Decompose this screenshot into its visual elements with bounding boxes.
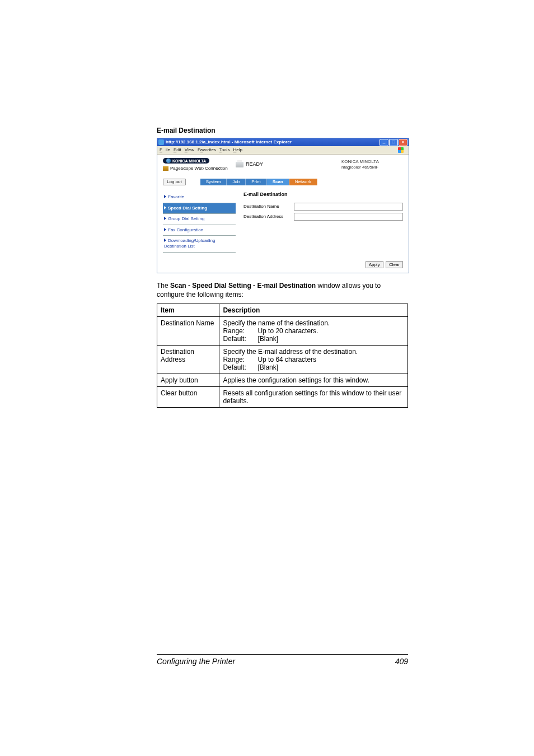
col-header-description: Description — [219, 304, 408, 316]
sidebar: Favorite Speed Dial Setting Group Dial S… — [163, 192, 236, 253]
window-maximize-button[interactable]: □ — [389, 139, 398, 146]
window-titlebar: http://192.168.1.2/a_index.html - Micros… — [157, 138, 409, 146]
table-row: Clear button Resets all configuration se… — [157, 386, 408, 407]
panel-title: E-mail Destination — [243, 192, 403, 197]
screenshot-window: http://192.168.1.2/a_index.html - Micros… — [157, 138, 409, 273]
window-minimize-button[interactable]: _ — [380, 139, 388, 146]
dest-addr-label: Destination Address — [243, 214, 294, 219]
col-header-item: Item — [157, 304, 219, 316]
dest-name-label: Destination Name — [243, 204, 294, 209]
table-row: Apply button Applies the configuration s… — [157, 374, 408, 386]
tab-system[interactable]: System — [200, 179, 227, 185]
page-footer: Configuring the Printer 409 — [157, 654, 408, 666]
footer-title: Configuring the Printer — [157, 657, 235, 666]
sidebar-item-group-dial[interactable]: Group Dial Setting — [163, 214, 236, 225]
device-brand: KONICA MINOLTA — [341, 159, 403, 165]
footer-page-number: 409 — [395, 657, 408, 666]
menu-tools[interactable]: Tools — [219, 148, 230, 152]
dest-name-input[interactable] — [294, 203, 403, 211]
intro-text: The Scan - Speed Dial Setting - E-mail D… — [157, 281, 408, 299]
menu-view[interactable]: View — [185, 148, 194, 152]
sidebar-item-favorite[interactable]: Favorite — [163, 192, 236, 203]
clear-button[interactable]: Clear — [386, 261, 403, 268]
apply-button[interactable]: Apply — [366, 261, 383, 268]
menu-bar: File Edit View Favorites Tools Help — [157, 146, 409, 155]
dest-addr-input[interactable] — [294, 213, 403, 221]
pagescope-icon — [163, 166, 168, 171]
tab-network[interactable]: Network — [289, 179, 317, 185]
table-row: Destination Name Specify the name of the… — [157, 316, 408, 345]
window-close-button[interactable]: × — [399, 139, 407, 146]
brand-badge: KONICA MINOLTA — [163, 158, 209, 164]
menu-edit[interactable]: Edit — [174, 148, 181, 152]
tab-scan[interactable]: Scan — [267, 179, 289, 185]
window-title: http://192.168.1.2/a_index.html - Micros… — [166, 140, 380, 144]
sidebar-item-fax-config[interactable]: Fax Configuration — [163, 225, 236, 236]
logout-button[interactable]: Log out — [163, 179, 186, 185]
section-heading: E-mail Destination — [157, 127, 408, 134]
windows-flag-icon — [398, 147, 404, 153]
printer-icon — [236, 162, 243, 167]
sidebar-item-speed-dial[interactable]: Speed Dial Setting — [163, 203, 236, 214]
tab-print[interactable]: Print — [246, 179, 266, 185]
tab-bar: System Job Print Scan Network — [200, 179, 318, 185]
menu-favorites[interactable]: Favorites — [198, 148, 216, 152]
settings-table: Item Description Destination Name Specif… — [157, 304, 408, 408]
globe-icon — [166, 158, 171, 163]
status-text: READY — [246, 162, 263, 167]
ie-icon — [158, 139, 164, 145]
table-row: Destination Address Specify the E-mail a… — [157, 345, 408, 374]
pagescope-label: PageScope Web Connection — [163, 166, 236, 171]
tab-job[interactable]: Job — [227, 179, 246, 185]
device-model: magicolor 4695MF — [341, 165, 403, 170]
menu-help[interactable]: Help — [233, 148, 242, 152]
brand-text: KONICA MINOLTA — [172, 159, 206, 163]
sidebar-item-download[interactable]: Downloading/Uploading Destination List — [163, 236, 236, 252]
menu-file[interactable]: File — [160, 148, 170, 152]
